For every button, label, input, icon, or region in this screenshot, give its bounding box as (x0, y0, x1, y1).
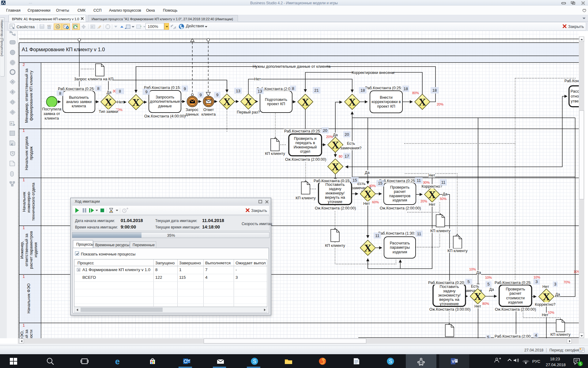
svg-text:20: 20 (323, 128, 327, 133)
svg-text:отдел: отдел (300, 149, 310, 154)
svg-text:Да: Да (443, 192, 447, 196)
svg-text:Ож.Константа (2:00:00): Ож.Константа (2:00:00) (495, 307, 536, 312)
svg-text:X: X (105, 96, 112, 108)
svg-text:13: 13 (236, 89, 240, 93)
svg-text:5: 5 (467, 279, 469, 284)
svg-text:50%: 50% (440, 197, 447, 201)
svg-text:X: X (349, 96, 356, 108)
svg-text:17: 17 (345, 154, 349, 159)
svg-text:Проверить: Проверить (390, 185, 409, 190)
svg-text:проект КП: проект КП (267, 102, 285, 106)
svg-text:18: 18 (360, 88, 365, 93)
svg-text:Подготовить: Подготовить (265, 98, 287, 102)
svg-text:20%: 20% (420, 199, 427, 203)
svg-text:3: 3 (554, 282, 556, 286)
svg-text:КП клиенту: КП клиенту (550, 332, 571, 337)
svg-text:80%: 80% (412, 91, 419, 95)
svg-text:Корректировки внесены: Корректировки внесены (352, 71, 394, 75)
svg-text:КП клиенту: КП клиенту (325, 243, 345, 248)
svg-text:продаж: продаж (29, 146, 33, 160)
svg-text:11: 11 (375, 233, 379, 238)
svg-text:проект КП: проект КП (377, 104, 395, 109)
svg-text:Есть: Есть (347, 141, 355, 146)
svg-text:5: 5 (487, 282, 489, 286)
svg-text:Внести: Внести (380, 95, 392, 100)
svg-text:дополнительные: дополнительные (150, 99, 180, 104)
svg-text:Да: Да (365, 171, 369, 175)
svg-text:5: 5 (579, 362, 582, 366)
svg-text:Корректно?: Корректно? (535, 302, 555, 307)
svg-text:X: X (474, 291, 482, 302)
svg-text:Запрос клиента на КП: Запрос клиента на КП (74, 77, 113, 81)
svg-text:9: 9 (184, 86, 186, 91)
svg-text:Раб.Кон: Раб.Кон (564, 79, 579, 83)
svg-text:вернуть на: вернуть на (325, 195, 345, 200)
svg-text:корректировки в: корректировки в (371, 100, 401, 104)
svg-text:Нет: Нет (117, 100, 124, 104)
svg-text:Раб.Константа (0:25:: Раб.Константа (0:25: (495, 281, 531, 285)
svg-text:Первый раз?: Первый раз? (237, 110, 260, 114)
svg-text:Да: Да (489, 287, 494, 292)
svg-text:изделия: изделия (393, 198, 407, 202)
svg-text:Проверить и: Проверить и (294, 136, 317, 141)
svg-text:передать в: передать в (295, 141, 315, 145)
svg-text:3: 3 (535, 279, 537, 284)
svg-text:Начальник: Начальник (22, 192, 26, 212)
svg-text:Нет: Нет (429, 202, 435, 207)
svg-text:расчет: расчет (509, 291, 521, 296)
svg-text:данных: данных (185, 112, 199, 117)
svg-text:11: 11 (417, 232, 421, 236)
svg-text:Раб.Константа (1:30:: Раб.Константа (1:30: (378, 231, 415, 236)
svg-text:80%: 80% (482, 302, 489, 305)
svg-text:Ож.Константа (2:00:00): Ож.Константа (2:00:00) (380, 206, 421, 210)
svg-text:стоимости: стоимости (506, 296, 525, 300)
svg-text:задачу: задачу (329, 186, 341, 191)
svg-text:11: 11 (417, 178, 421, 183)
svg-text:A: A (10, 122, 12, 125)
svg-text:параметров: параметров (389, 194, 411, 198)
svg-text:ответственный за: ответственный за (24, 233, 29, 266)
svg-text:технического отдела: технического отдела (31, 182, 36, 221)
svg-text:8: 8 (97, 86, 99, 91)
svg-text:30%: 30% (423, 181, 430, 184)
svg-text:утвер: утвер (571, 99, 579, 103)
svg-text:Инженерный: Инженерный (294, 145, 317, 149)
svg-text:Ож.Константа (3:00:00): Ож.Константа (3:00:00) (429, 307, 470, 312)
svg-text:Да: Да (555, 292, 560, 297)
svg-text:X: X (543, 291, 550, 302)
svg-text:заявка от: заявка от (43, 112, 60, 116)
svg-text:Нет: Нет (542, 285, 549, 289)
svg-text:расчет стоимости: расчет стоимости (29, 330, 33, 338)
svg-text:Ож.Константа (2:00:00): Ож.Константа (2:00:00) (315, 206, 356, 210)
svg-text:20%: 20% (326, 135, 333, 139)
svg-text:КП клиенту: КП клиенту (447, 249, 468, 253)
svg-text:изделия: изделия (33, 242, 38, 257)
svg-text:9: 9 (199, 93, 202, 97)
svg-text:70%: 70% (564, 280, 570, 284)
svg-text:10%: 10% (548, 311, 554, 314)
svg-text:Закрыть: Закрыть (251, 208, 267, 213)
svg-text:Запросить: Запросить (156, 95, 175, 99)
svg-text:20%: 20% (437, 102, 443, 106)
svg-text:X: X (332, 139, 339, 151)
svg-text:замечания?: замечания? (341, 146, 362, 150)
svg-text:60%: 60% (372, 200, 379, 204)
svg-text:анализ заявки: анализ заявки (66, 100, 92, 104)
svg-text:А1: А1 (57, 26, 59, 28)
svg-text:13: 13 (258, 89, 262, 94)
svg-text:Ож.Константа (2:00:00): Ож.Константа (2:00:00) (285, 157, 326, 162)
svg-text:Начальник отдела: Начальник отдела (24, 136, 29, 170)
svg-text:РУС: РУС (532, 359, 540, 364)
svg-text:1: 1 (23, 274, 25, 279)
svg-text:относ: относ (571, 94, 579, 98)
svg-text:Выполнить: Выполнить (69, 95, 89, 100)
svg-text:Менеджер, ответственный за: Менеджер, ответственный за (24, 68, 29, 123)
svg-text:Ответ: Ответ (203, 108, 214, 112)
svg-text:8: 8 (59, 91, 61, 96)
svg-text:Да: Да (107, 90, 111, 94)
svg-text:Раб.Константа (0:15:: Раб.Константа (0:15: (314, 179, 350, 183)
svg-text:Запрос: Запрос (186, 108, 198, 112)
svg-text:T: T (64, 25, 66, 28)
svg-text:1: 1 (23, 128, 25, 133)
svg-text:21: 21 (314, 88, 318, 93)
